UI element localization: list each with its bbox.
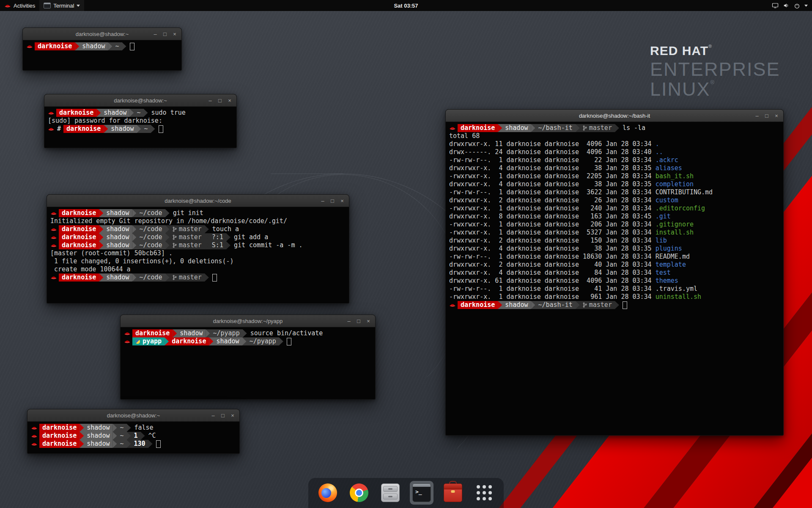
toolbox-lid bbox=[444, 484, 462, 489]
terminal-app-icon bbox=[44, 3, 51, 8]
window-titlebar[interactable]: darknoise@shadow:~–□× bbox=[44, 94, 236, 107]
terminal-output-line: drwxrwxr-x. 4 darknoise darknoise 84 Jan… bbox=[449, 269, 780, 277]
git-segment: master bbox=[170, 273, 205, 282]
terminal-output-line: drwxrwxr-x. 4 darknoise darknoise 38 Jan… bbox=[449, 245, 780, 253]
close-button[interactable]: × bbox=[225, 96, 234, 105]
terminal-cursor bbox=[156, 440, 161, 448]
firefox-icon bbox=[318, 483, 337, 502]
redhat-prompt-icon bbox=[50, 275, 57, 280]
user-segment: darknoise bbox=[169, 337, 209, 345]
close-button[interactable]: × bbox=[338, 196, 346, 205]
dock: >_ bbox=[308, 478, 504, 508]
window-titlebar[interactable]: darknoise@shadow:~/pyapp–□× bbox=[121, 315, 375, 327]
window-titlebar[interactable]: darknoise@shadow:~–□× bbox=[27, 409, 239, 422]
host-segment: shadow bbox=[84, 424, 112, 432]
terminal-output-line: -rw-rw-r--. 1 darknoise darknoise 22 Jan… bbox=[449, 156, 780, 164]
terminal-content[interactable]: darknoiseshadow~falsedarknoiseshadow~1^C… bbox=[27, 422, 239, 450]
dock-item-toolbox[interactable] bbox=[441, 481, 465, 505]
close-button[interactable]: × bbox=[772, 111, 781, 120]
window-title: darknoise@shadow:~ bbox=[27, 412, 239, 419]
terminal-output-line: -rwxrwxr-x. 1 darknoise darknoise 961 Ja… bbox=[449, 293, 780, 301]
maximize-button[interactable]: □ bbox=[216, 96, 224, 105]
clock[interactable]: Sat 03:57 bbox=[0, 3, 812, 9]
terminal-window-pyapp[interactable]: darknoise@shadow:~/pyapp–□×darknoiseshad… bbox=[120, 315, 376, 400]
redhat-prompt-icon bbox=[50, 227, 57, 232]
host-segment: shadow bbox=[84, 432, 112, 440]
minimize-button[interactable]: – bbox=[206, 96, 214, 105]
terminal-cursor bbox=[212, 274, 217, 282]
terminal-prompt-line: darknoiseshadow~sudo true bbox=[48, 109, 233, 117]
desktop-branding: RED HAT® ENTERPRISE LINUX® bbox=[650, 44, 780, 99]
terminal-output-line: drwxrwxr-x. 11 darknoise darknoise 4096 … bbox=[449, 140, 780, 148]
maximize-button[interactable]: □ bbox=[161, 30, 169, 38]
terminal-output-line: -rw-rw-r--. 1 darknoise darknoise 41 Jan… bbox=[449, 285, 780, 293]
terminal-content[interactable]: darknoiseshadow~ bbox=[23, 40, 181, 52]
git-branch-icon bbox=[173, 235, 177, 240]
host-segment: shadow bbox=[502, 124, 531, 132]
minimize-button[interactable]: – bbox=[753, 111, 761, 120]
close-button[interactable]: × bbox=[364, 317, 373, 325]
terminal-output-line: [master (root-commit) 50bcb63] . bbox=[50, 249, 346, 257]
powerline-arrow-icon bbox=[165, 273, 170, 282]
minimize-button[interactable]: – bbox=[318, 196, 327, 205]
app-indicator-terminal[interactable]: Terminal bbox=[39, 0, 84, 11]
powerline-arrow-icon bbox=[243, 329, 247, 337]
minimize-button[interactable]: – bbox=[345, 317, 353, 325]
powerline-arrow-icon bbox=[96, 109, 101, 117]
git-segment: master bbox=[580, 301, 615, 309]
close-button[interactable]: × bbox=[170, 30, 179, 38]
command-text: ^C bbox=[148, 432, 156, 440]
terminal-prompt-line: darknoiseshadow~130 bbox=[31, 440, 236, 448]
dock-item-firefox[interactable] bbox=[316, 481, 340, 505]
redhat-prompt-icon bbox=[31, 442, 38, 446]
powerline-arrow-icon bbox=[226, 233, 230, 241]
minimize-button[interactable]: – bbox=[151, 30, 159, 38]
maximize-button[interactable]: □ bbox=[219, 411, 227, 420]
path-segment: ~ bbox=[117, 432, 126, 440]
command-text: git add a bbox=[234, 233, 268, 241]
powerline-arrow-icon bbox=[80, 440, 84, 448]
powerline-arrow-icon bbox=[205, 241, 209, 249]
terminal-window-home-2[interactable]: darknoise@shadow:~–□×darknoiseshadow~fal… bbox=[27, 409, 240, 454]
terminal-content[interactable]: darknoiseshadow~/codegit initInitialized… bbox=[47, 207, 349, 284]
terminal-window-home-1[interactable]: darknoise@shadow:~–□×darknoiseshadow~ bbox=[22, 28, 182, 71]
terminal-output-line: drwxrwxr-x. 2 darknoise darknoise 40 Jan… bbox=[449, 261, 780, 269]
activities-button[interactable]: Activities bbox=[0, 0, 39, 11]
window-titlebar[interactable]: darknoise@shadow:~–□× bbox=[23, 28, 181, 40]
terminal-output-line: -rw-rw-r--. 1 darknoise darknoise 18630 … bbox=[449, 253, 780, 261]
git-branch-icon bbox=[173, 275, 177, 280]
close-button[interactable]: × bbox=[228, 411, 237, 420]
host-segment: shadow bbox=[84, 440, 112, 448]
status-segment: ?:1 bbox=[209, 233, 226, 241]
window-controls: –□× bbox=[209, 411, 239, 420]
dock-item-app-grid[interactable] bbox=[472, 481, 496, 505]
terminal-prompt-line: darknoiseshadow~/codemastertouch a bbox=[50, 225, 346, 233]
terminal-content[interactable]: darknoiseshadow~sudo true[sudo] password… bbox=[44, 107, 236, 135]
user-segment: darknoise bbox=[63, 125, 104, 133]
branding-linux: LINUX® bbox=[650, 80, 780, 99]
terminal-prompt-line: darknoiseshadow~/pyappsource bin/activat… bbox=[124, 329, 372, 337]
maximize-button[interactable]: □ bbox=[328, 196, 337, 205]
window-titlebar[interactable]: darknoise@shadow:~/bash-it–□× bbox=[446, 110, 783, 122]
powerline-arrow-icon bbox=[144, 109, 148, 117]
terminal-content[interactable]: darknoiseshadow~/bash-itmasterls -latota… bbox=[446, 122, 783, 311]
powerline-arrow-icon bbox=[205, 233, 209, 241]
terminal-window-bash-it[interactable]: darknoise@shadow:~/bash-it–□×darknoisesh… bbox=[445, 109, 784, 436]
status-segment: S:1 bbox=[209, 241, 226, 249]
system-status-area[interactable] bbox=[768, 0, 812, 11]
terminal-content[interactable]: darknoiseshadow~/pyappsource bin/activat… bbox=[121, 327, 375, 348]
maximize-button[interactable]: □ bbox=[763, 111, 771, 120]
command-text: source bin/activate bbox=[250, 329, 323, 337]
window-titlebar[interactable]: darknoise@shadow:~/code–□× bbox=[47, 195, 349, 207]
maximize-button[interactable]: □ bbox=[354, 317, 363, 325]
terminal-window-code[interactable]: darknoise@shadow:~/code–□×darknoiseshado… bbox=[47, 194, 349, 304]
dock-item-terminal[interactable]: >_ bbox=[410, 481, 433, 505]
powerline-arrow-icon bbox=[112, 432, 117, 440]
git-segment: master bbox=[170, 241, 205, 249]
dock-item-files[interactable] bbox=[379, 481, 402, 505]
app-grid-icon bbox=[475, 483, 494, 502]
redhat-prompt-icon bbox=[50, 211, 57, 215]
dock-item-chrome[interactable] bbox=[347, 481, 371, 505]
minimize-button[interactable]: – bbox=[209, 411, 217, 420]
terminal-window-sudo[interactable]: darknoise@shadow:~–□×darknoiseshadow~sud… bbox=[44, 94, 237, 148]
